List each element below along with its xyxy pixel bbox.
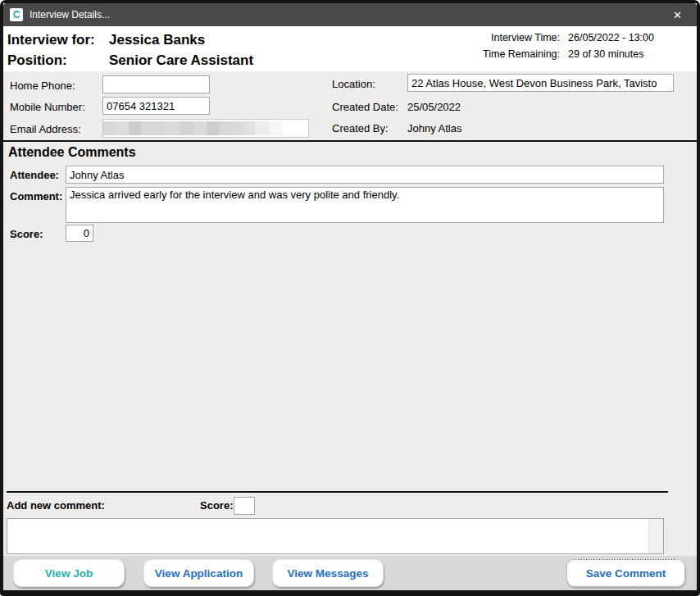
created-date-value: 25/05/2022	[407, 101, 461, 113]
created-by-label: Created By:	[332, 122, 389, 134]
window-title: Interview Details...	[30, 9, 110, 20]
section-divider	[3, 140, 697, 142]
interview-for-label: Interview for:	[7, 32, 95, 48]
interview-details-window: C Interview Details... ✕ Interview for: …	[0, 0, 700, 596]
candidate-name: Jessica Banks	[109, 32, 205, 48]
attendee-comments-title: Attendee Comments	[8, 145, 136, 160]
new-score-label: Score:	[200, 499, 233, 512]
location-label: Location:	[332, 78, 375, 90]
content-area: Home Phone: Mobile Number: Email Address…	[3, 71, 697, 556]
score-input[interactable]	[66, 225, 93, 242]
created-by-value: Johny Atlas	[407, 122, 462, 134]
new-comment-divider	[7, 491, 668, 493]
mobile-number-label: Mobile Number:	[10, 101, 85, 113]
attendee-input[interactable]	[66, 166, 664, 184]
header: Interview for: Jessica Banks Position: S…	[3, 26, 697, 71]
position-label: Position:	[7, 52, 67, 69]
interview-time-label: Interview Time:	[491, 32, 560, 43]
home-phone-label: Home Phone:	[10, 80, 75, 92]
scrollbar[interactable]	[648, 519, 663, 553]
created-date-label: Created Date:	[332, 101, 398, 113]
redaction-pixelation	[103, 121, 282, 135]
new-comment-textarea[interactable]	[7, 518, 664, 554]
location-input[interactable]	[407, 74, 674, 92]
home-phone-input[interactable]	[102, 75, 210, 93]
interview-meta: Interview Time: 26/05/2022 - 13:00 Time …	[483, 32, 654, 60]
new-score-input[interactable]	[234, 497, 255, 515]
view-job-button[interactable]: View Job	[13, 559, 125, 587]
email-address-label: Email Address:	[10, 123, 81, 135]
comment-label: Comment:	[10, 190, 62, 202]
position-value: Senior Care Assistant	[109, 52, 253, 69]
add-new-comment-label: Add new comment:	[7, 499, 105, 512]
mobile-number-input[interactable]	[102, 97, 210, 115]
new-comment-field	[7, 518, 664, 554]
view-application-button[interactable]: View Application	[143, 559, 254, 587]
bottom-bar: View Job View Application View Messages …	[3, 556, 697, 590]
time-remaining-value: 29 of 30 minutes	[568, 48, 643, 60]
close-icon[interactable]: ✕	[665, 7, 690, 23]
app-logo-icon: C	[10, 8, 23, 21]
email-address-redacted-input[interactable]	[102, 119, 309, 138]
title-bar: C Interview Details... ✕	[3, 3, 697, 26]
comment-textarea[interactable]: Jessica arrived early for the interview …	[66, 187, 664, 223]
score-label: Score:	[10, 228, 43, 240]
save-comment-button[interactable]: Save Comment	[566, 559, 685, 587]
attendee-label: Attendee:	[10, 169, 59, 181]
interview-time-value: 26/05/2022 - 13:00	[568, 32, 654, 43]
time-remaining-label: Time Remaining:	[483, 48, 560, 60]
view-messages-button[interactable]: View Messages	[272, 559, 384, 587]
